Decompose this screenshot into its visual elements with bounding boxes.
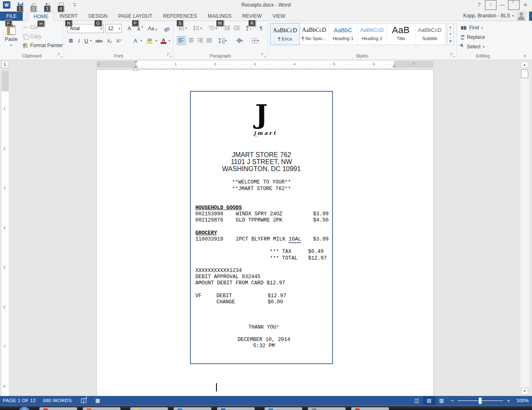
tab-references[interactable]: REFERENCESS <box>158 12 202 21</box>
page-indicator[interactable]: PAGE 1 OF 12 <box>3 398 36 403</box>
web-layout-button[interactable]: ▧ <box>435 396 448 405</box>
bold-button[interactable]: B <box>67 36 75 45</box>
paste-button[interactable]: Paste ▾ <box>2 23 21 57</box>
underline-menu-button[interactable]: ▾ <box>89 36 93 45</box>
shading-button[interactable]: ▾ <box>234 36 246 45</box>
increase-indent-button[interactable] <box>233 24 241 33</box>
taskbar-button[interactable] <box>173 407 211 410</box>
select-button[interactable]: Select▾ <box>461 43 484 51</box>
gallery-scroll-up-button[interactable]: ▲ <box>447 23 454 31</box>
format-painter-button[interactable]: Format Painter <box>23 41 63 50</box>
replace-button[interactable]: abacReplace <box>461 33 485 41</box>
print-layout-button[interactable]: ▤ <box>423 396 435 405</box>
taskbar-button[interactable] <box>217 407 255 410</box>
account-menu[interactable]: Kopp, Brandon - BLS▾ <box>463 13 514 19</box>
style-heading1[interactable]: AaBbCHeading 1 <box>329 24 358 45</box>
styles-dialog-launcher[interactable] <box>451 53 455 57</box>
show-hide-marks-button[interactable]: ¶ <box>257 24 265 33</box>
decrease-indent-icon <box>224 26 230 31</box>
cut-button[interactable]: ✂Cut <box>23 23 38 31</box>
taskbar-button[interactable] <box>351 407 389 410</box>
zoom-slider-thumb[interactable] <box>479 398 482 404</box>
font-size-combo[interactable]: 12▾ <box>105 24 122 33</box>
highlight-button[interactable]: ab <box>145 36 154 45</box>
tab-page-layout[interactable]: PAGE LAYOUTP <box>113 12 158 21</box>
keytip-design: G <box>94 20 102 26</box>
tab-mailings[interactable]: MAILINGSM <box>202 12 237 21</box>
right-indent-marker[interactable] <box>392 64 396 67</box>
clear-formatting-button[interactable] <box>162 24 172 32</box>
taskbar-button[interactable] <box>39 407 77 410</box>
tab-view[interactable]: VIEW <box>267 12 291 21</box>
hanging-indent-marker[interactable] <box>134 64 138 67</box>
style-erica[interactable]: AaBbCcD¶ Erica <box>270 23 300 45</box>
taskbar-button[interactable] <box>83 407 121 410</box>
copy-button[interactable]: Copy <box>23 32 41 41</box>
highlight-menu[interactable]: ▾ <box>154 36 158 45</box>
scrollbar-thumb[interactable] <box>521 69 528 78</box>
taskbar-button[interactable] <box>308 407 346 410</box>
zoom-out-button[interactable]: − <box>448 398 457 404</box>
close-button[interactable]: ✕ <box>520 0 531 10</box>
word-count[interactable]: 680 WORDS <box>43 398 71 403</box>
read-mode-button[interactable]: ◫ <box>411 396 423 405</box>
horizontal-ruler[interactable]: 1 1 2 3 4 5 6 7 <box>96 61 434 68</box>
tab-selector-button[interactable]: L <box>2 61 9 68</box>
left-indent-marker[interactable] <box>133 68 138 71</box>
start-button[interactable] <box>18 407 31 410</box>
tab-insert[interactable]: INSERTN <box>54 12 83 21</box>
change-case-button[interactable]: Aa ▾ <box>146 24 159 32</box>
tab-file[interactable]: FILEF <box>0 12 23 21</box>
style-title[interactable]: AaBTitle <box>387 24 416 45</box>
subscript-button[interactable]: X₂ <box>105 36 114 45</box>
first-line-indent-marker[interactable] <box>134 61 138 64</box>
font-color-button[interactable]: A <box>160 36 167 45</box>
scroll-down-button[interactable]: ▼ <box>521 388 528 395</box>
account-name: Kopp, Brandon - BLS <box>463 13 510 19</box>
text-effects-menu[interactable]: ▾ <box>139 36 143 45</box>
restore-button[interactable] <box>508 0 520 10</box>
style-subtitle[interactable]: AaBbCcDSubtitle <box>416 24 444 45</box>
ribbon-display-options-button[interactable]: ↑ <box>485 0 496 10</box>
vertical-ruler[interactable]: 1 2 3 4 5 6 7 8 <box>2 71 9 396</box>
superscript-button[interactable]: X² <box>114 36 123 45</box>
clipboard-dialog-launcher[interactable] <box>58 53 62 57</box>
macro-icon[interactable]: ▦ <box>95 398 100 403</box>
style-no-spacing[interactable]: AaBbCcD¶ No Spac... <box>300 24 329 45</box>
proofing-errors-icon[interactable] <box>81 398 86 403</box>
align-left-button[interactable] <box>177 36 186 45</box>
justify-button[interactable] <box>205 36 214 45</box>
zoom-in-button[interactable]: + <box>504 398 513 404</box>
align-right-button[interactable] <box>196 36 205 45</box>
style-heading2[interactable]: AaBbCcDHeading 2 <box>358 24 387 45</box>
tab-review[interactable]: REVIEWR <box>237 12 267 21</box>
scroll-up-button[interactable]: ▲ <box>521 61 528 68</box>
find-button[interactable]: Find▾ <box>461 24 483 32</box>
gallery-more-button[interactable]: ▼ <box>447 38 454 45</box>
document-page[interactable]: J jmart JMART STORE 762 1101 J STREET, N… <box>96 69 434 396</box>
help-button[interactable]: ? <box>473 0 485 10</box>
decrease-indent-button[interactable] <box>223 24 231 33</box>
vertical-scrollbar[interactable]: ▲ ▼ <box>520 61 529 395</box>
strikethrough-button[interactable]: abc <box>94 36 104 45</box>
align-center-button[interactable] <box>187 36 196 45</box>
restore-icon <box>508 0 520 10</box>
collapse-ribbon-button[interactable]: ∧ <box>523 53 526 58</box>
font-color-menu[interactable]: ▾ <box>167 36 171 45</box>
text-effects-button[interactable]: A <box>132 36 139 45</box>
avatar[interactable] <box>516 11 526 20</box>
gallery-scroll-down-button[interactable]: ▼ <box>447 31 454 38</box>
line-spacing-button[interactable]: ▾ <box>216 36 229 45</box>
font-dialog-launcher[interactable] <box>167 53 171 57</box>
borders-button[interactable]: ▾ <box>249 36 262 45</box>
zoom-slider[interactable] <box>458 400 503 401</box>
italic-button[interactable]: I <box>76 36 82 45</box>
numbering-button[interactable]: ▾ <box>192 24 204 33</box>
tab-design[interactable]: DESIGNG <box>83 12 113 21</box>
paragraph-dialog-launcher[interactable] <box>261 53 266 57</box>
tab-home[interactable]: HOMEH <box>28 12 54 21</box>
taskbar-button[interactable] <box>264 407 302 410</box>
taskbar-button[interactable] <box>130 407 168 410</box>
zoom-level[interactable]: 100% <box>513 398 532 403</box>
minimize-button[interactable]: — <box>496 0 508 10</box>
